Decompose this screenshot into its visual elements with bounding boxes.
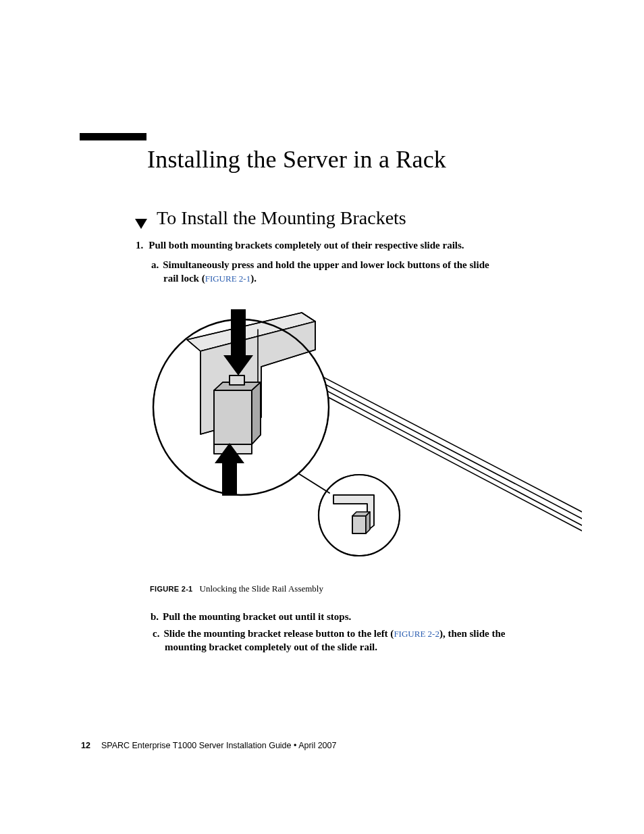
substep-a-line1: Simultaneously press and hold the upper … [163, 259, 489, 270]
page-number: 12 [81, 741, 90, 750]
page-heading: Installing the Server in a Rack [147, 145, 446, 174]
substep-c-text2: ), then slide the [439, 628, 506, 639]
step-1: 1.Pull both mounting brackets completely… [136, 240, 464, 251]
substep-a-line2b: ). [250, 273, 257, 284]
step-text: Pull both mounting brackets completely o… [149, 240, 464, 251]
figure-label: FIGURE 2-1 [150, 585, 193, 593]
footer-text: SPARC Enterprise T1000 Server Installati… [101, 741, 337, 750]
step-number: 1. [136, 240, 143, 251]
svg-rect-10 [222, 462, 237, 496]
substep-c: c.Slide the mounting bracket release but… [153, 627, 576, 654]
substep-c-text1: Slide the mounting bracket release butto… [163, 628, 394, 639]
svg-rect-9 [231, 309, 246, 357]
substep-a-line2a: rail lock ( [163, 273, 205, 284]
figure-2-1-link[interactable]: FIGURE 2-1 [205, 273, 251, 284]
triangle-down-icon [135, 219, 147, 229]
figure-2-2-link[interactable]: FIGURE 2-2 [394, 629, 439, 639]
page-footer: 12SPARC Enterprise T1000 Server Installa… [81, 741, 336, 750]
substep-c-text3: mounting bracket completely out of the s… [165, 640, 576, 654]
figure-2-1-illustration [150, 289, 582, 573]
section-rule [80, 133, 146, 140]
document-page: Installing the Server in a Rack To Insta… [0, 0, 644, 834]
svg-rect-5 [214, 390, 252, 444]
svg-rect-1 [352, 516, 366, 533]
substep-letter: c. [153, 628, 159, 639]
substep-letter: b. [151, 611, 159, 622]
substep-letter: a. [151, 259, 159, 270]
substep-b: b.Pull the mounting bracket out until it… [151, 610, 576, 623]
substep-a: a.Simultaneously press and hold the uppe… [151, 258, 576, 286]
task-heading: To Install the Mounting Brackets [157, 207, 406, 229]
substep-b-text: Pull the mounting bracket out until it s… [163, 611, 351, 622]
figure-caption: FIGURE 2-1Unlocking the Slide Rail Assem… [150, 583, 323, 594]
task-heading-row: To Install the Mounting Brackets [135, 207, 406, 229]
figure-caption-text: Unlocking the Slide Rail Assembly [200, 583, 323, 594]
svg-rect-7 [230, 375, 244, 385]
